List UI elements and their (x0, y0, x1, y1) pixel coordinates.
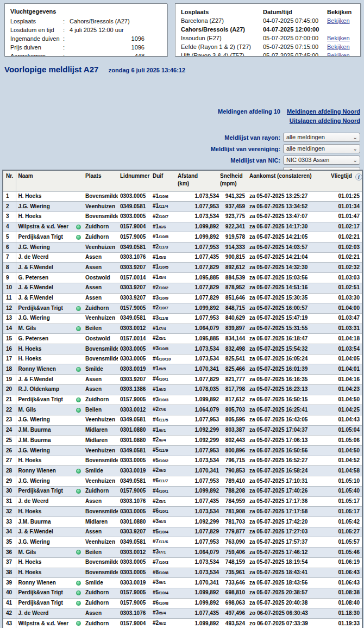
cell-dot (74, 548, 83, 558)
cell-naam: Ronny Wienen (16, 466, 74, 476)
cell-afstand: 1.099,892 (178, 619, 220, 628)
cell-afstand: 1.070,341 (178, 364, 220, 375)
cell-plaats: Assen (83, 293, 118, 303)
cell-afstand: 1.095,885 (178, 334, 220, 344)
cell-naam: M. Gils (16, 548, 74, 558)
cell-duif: #6/11/7 (150, 476, 178, 487)
cell-vliegtijd: 01.04:16 (331, 375, 362, 385)
cell-aankomst: za 05-07-2025 17:17:58 (246, 507, 331, 517)
cell-afstand: 1.099,892 (178, 598, 220, 608)
cell-nr: 40 (3, 588, 16, 598)
header-duif: Duif (150, 170, 178, 191)
cell-nr: 29 (3, 476, 16, 487)
cell-duif: #4/10/1 (150, 486, 178, 496)
cell-aankomst: zo 06-07-2025 06:30:43 (246, 608, 331, 619)
meldlijst-row: 31 J. de Weerd Assen 0303.1076 #2/5/1 1.… (3, 496, 362, 507)
cell-naam: J.G. Wiering (16, 202, 74, 212)
info-icon[interactable]: i (355, 173, 362, 181)
duif-detail: /10/9 (159, 296, 168, 301)
cell-afstand: 1.077,829 (178, 527, 220, 537)
cell-vliegtijd: 01.04:50 (331, 395, 362, 405)
cell-plaats: Veenhuizen (83, 446, 118, 456)
duif-detail: /10/5 (159, 346, 168, 351)
cell-aankomst: za 05-07-2025 20:40:38 (246, 598, 331, 608)
duif-number: #1 (153, 427, 159, 433)
bekijken-link[interactable]: Bekijken (327, 43, 350, 50)
bekijken-header: Bekijken (327, 8, 355, 16)
uitslagen-afdeling-noord-link[interactable]: Uitslagen afdeling Noord (290, 117, 360, 124)
duif-number: #1 (153, 233, 159, 239)
cell-nr: 17 (3, 354, 16, 364)
duif-detail: /10/8 (159, 570, 168, 575)
cell-plaats: Smilde (83, 578, 118, 588)
duif-number: #1 (153, 325, 159, 331)
meldlijst-row: 10 J. & F.Wendel Assen 0303.9207 #2/10/2… (3, 283, 362, 293)
cell-nr: 43 (3, 619, 16, 628)
cell-afstand: 1.077,953 (178, 415, 220, 425)
cell-lidnummer: 0301.0880 (118, 425, 150, 436)
cell-lidnummer: 0157.9005 (118, 395, 150, 405)
right-column: Meldingen afdeling 10Meldingen afdeling … (181, 107, 360, 178)
duif-number: #3 (153, 549, 159, 555)
cell-afstand: 1.070,341 (178, 578, 220, 588)
cell-dot (74, 263, 83, 273)
meldlijst-row: 36 M. Gils Beilen 0303.0012 #3/7/1 1.064… (3, 548, 362, 558)
cell-aankomst: za 05-07-2025 13:34:52 (246, 202, 331, 212)
meldlijst-row: 3 H. Hoeks Bovensmilde 0303.0005 #2/10/7… (3, 212, 362, 222)
duif-detail: /6/3 (159, 519, 166, 524)
bekijken-link[interactable]: Bekijken (327, 35, 350, 41)
cell-nr: 18 (3, 364, 16, 375)
cell-naam: J.G. Wiering (16, 476, 74, 487)
cell-nr: 33 (3, 517, 16, 527)
cell-dot (74, 303, 83, 314)
cell-naam: G. Petersen (16, 273, 74, 283)
cell-naam: J.G. Wiering (16, 313, 74, 324)
cell-nr: 2 (3, 202, 16, 212)
cell-dot (74, 486, 83, 496)
cell-afstand: 1.073,534 (178, 568, 220, 578)
meldlijst-row: 33 J.M. Buurma Midlaren 0301.0880 #3/6/3… (3, 517, 362, 527)
duif-number: #3 (153, 610, 159, 615)
cell-dot (74, 293, 83, 303)
bekijken-link[interactable]: Bekijken (327, 52, 350, 57)
cell-afstand: 1.099,892 (178, 588, 220, 598)
bekijken-link[interactable]: Bekijken (327, 17, 350, 24)
cell-lidnummer: 0349.0581 (118, 243, 150, 253)
cell-vliegtijd: 01.19:33 (331, 619, 362, 628)
cell-afstand: 1.070,341 (178, 466, 220, 476)
cell-aankomst: za 05-07-2025 14:21:05 (246, 232, 331, 243)
cell-aankomst: za 05-07-2025 16:16:35 (246, 375, 331, 385)
cell-nr: 8 (3, 263, 16, 273)
cell-afstand: 1.099,892 (178, 222, 220, 232)
cell-dot (74, 191, 83, 202)
cell-aankomst: za 05-07-2025 16:58:24 (246, 466, 331, 476)
cell-nr: 9 (3, 273, 16, 283)
cell-afstand: 1.095,885 (178, 273, 220, 283)
cell-plaats: Assen (83, 283, 118, 293)
cell-lidnummer: 0303.0005 (118, 557, 150, 568)
cell-plaats: Assen (83, 384, 118, 395)
cell-nr: 39 (3, 578, 16, 588)
cell-dot (74, 364, 83, 375)
cell-vliegtijd: 01.06:43 (331, 578, 362, 588)
cell-dot (74, 222, 83, 232)
cell-vliegtijd: 01.05:27 (331, 527, 362, 537)
cell-plaats: Beilen (83, 324, 118, 334)
flight-info-label: Aangekomen duiven (10, 52, 63, 57)
duif-detail: /10/3 (159, 397, 168, 402)
meldingen-afdeling-noord-link[interactable]: Meldingen afdeling Noord (287, 108, 360, 115)
filter-select[interactable]: alle meldingen ⌄ (283, 133, 360, 142)
cell-dot (74, 517, 83, 527)
filter-select[interactable]: alle meldingen ⌄ (283, 144, 360, 153)
cell-dot (74, 446, 83, 456)
filter-row: Meldlijst van NIC: NIC 0303 Assen ⌄ (181, 156, 360, 165)
cell-nr: 30 (3, 486, 16, 496)
filter-select[interactable]: NIC 0303 Assen ⌄ (283, 156, 360, 165)
cell-naam: Ronny Wienen (16, 578, 74, 588)
meldlijst-row: 11 J. & F.Wendel Assen 0303.9207 #3/10/9… (3, 293, 362, 303)
duif-detail: /10/3 (159, 560, 168, 565)
losplaats-name: Cahors/Bressols (A27) (181, 25, 263, 34)
cell-plaats: Bovensmilde (83, 557, 118, 568)
cell-dot (74, 243, 83, 253)
cell-afstand: 1.073,534 (178, 557, 220, 568)
